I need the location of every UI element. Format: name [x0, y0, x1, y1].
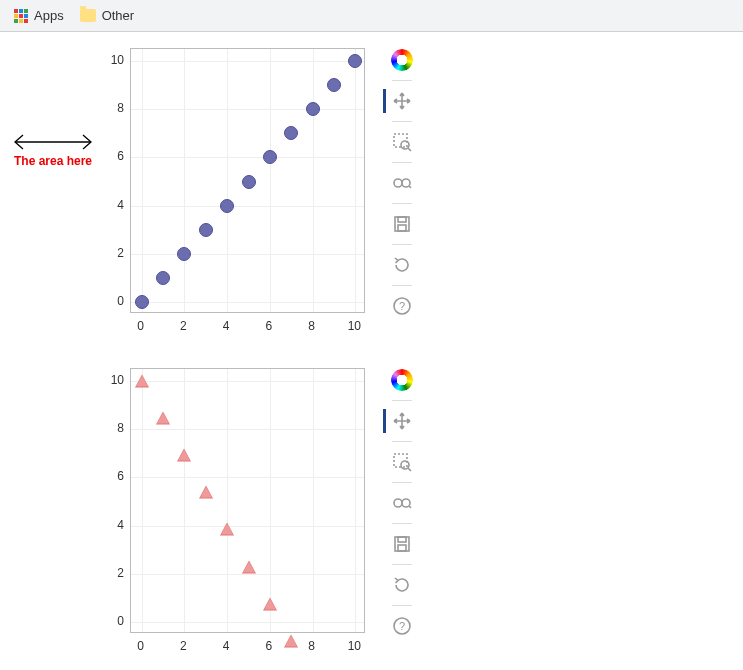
bookmark-apps[interactable]: Apps	[6, 4, 72, 27]
y-tick-label: 0	[100, 614, 124, 628]
y-tick-label: 8	[100, 421, 124, 435]
data-marker	[177, 247, 191, 261]
y-tick-label: 2	[100, 246, 124, 260]
plot-toolbar-2: ?	[388, 366, 416, 640]
data-marker	[348, 54, 362, 68]
help-tool-button[interactable]: ?	[388, 612, 416, 640]
wheel-zoom-tool-button[interactable]	[388, 489, 416, 517]
box-zoom-tool-button[interactable]	[388, 448, 416, 476]
data-marker	[220, 523, 234, 536]
page-content: The area here 02468100246810 ? 024681002…	[0, 32, 743, 662]
svg-rect-20	[398, 545, 406, 551]
x-tick-label: 8	[304, 319, 320, 333]
y-tick-label: 4	[100, 198, 124, 212]
svg-rect-7	[395, 217, 409, 231]
double-arrow-icon	[10, 132, 96, 152]
svg-rect-8	[398, 217, 406, 222]
x-tick-label: 2	[175, 639, 191, 653]
svg-point-16	[402, 499, 410, 507]
data-marker	[263, 150, 277, 164]
data-marker	[199, 223, 213, 237]
y-tick-label: 0	[100, 294, 124, 308]
svg-rect-19	[398, 537, 406, 542]
help-tool-button[interactable]: ?	[388, 292, 416, 320]
x-tick-label: 8	[304, 639, 320, 653]
y-tick-label: 8	[100, 101, 124, 115]
x-tick-label: 10	[346, 639, 362, 653]
annotation: The area here	[8, 132, 98, 168]
plot-1[interactable]: 02468100246810	[100, 42, 380, 342]
wheel-zoom-tool-button[interactable]	[388, 169, 416, 197]
svg-rect-9	[398, 225, 406, 231]
x-tick-label: 4	[218, 319, 234, 333]
plot-2[interactable]: 02468100246810	[100, 362, 380, 662]
x-tick-label: 6	[261, 639, 277, 653]
y-tick-label: 2	[100, 566, 124, 580]
x-tick-label: 2	[175, 319, 191, 333]
pan-tool-button[interactable]	[388, 407, 416, 435]
data-marker	[327, 78, 341, 92]
y-tick-label: 10	[100, 373, 124, 387]
x-tick-label: 0	[133, 639, 149, 653]
data-marker	[156, 412, 170, 425]
data-marker	[199, 486, 213, 499]
chart-row-1: 02468100246810 ?	[100, 42, 743, 342]
x-tick-label: 10	[346, 319, 362, 333]
data-marker	[242, 560, 256, 573]
data-marker	[284, 126, 298, 140]
x-tick-label: 4	[218, 639, 234, 653]
x-tick-label: 6	[261, 319, 277, 333]
svg-point-15	[394, 499, 402, 507]
data-marker	[156, 271, 170, 285]
bokeh-logo-icon[interactable]	[388, 366, 416, 394]
y-tick-label: 10	[100, 53, 124, 67]
svg-point-4	[394, 179, 402, 187]
data-marker	[177, 449, 191, 462]
reset-tool-button[interactable]	[388, 251, 416, 279]
annotation-text: The area here	[8, 154, 98, 168]
bookmark-apps-label: Apps	[34, 8, 64, 23]
svg-rect-18	[395, 537, 409, 551]
y-tick-label: 6	[100, 469, 124, 483]
bookmark-other[interactable]: Other	[72, 4, 143, 27]
bokeh-logo-icon[interactable]	[388, 46, 416, 74]
reset-tool-button[interactable]	[388, 571, 416, 599]
data-marker	[263, 597, 277, 610]
svg-line-17	[409, 506, 411, 508]
svg-point-5	[402, 179, 410, 187]
y-tick-label: 6	[100, 149, 124, 163]
svg-text:?: ?	[399, 620, 405, 632]
data-marker	[135, 375, 149, 388]
plot-toolbar-1: ?	[388, 46, 416, 320]
apps-icon	[14, 9, 28, 23]
svg-line-3	[408, 148, 411, 151]
chart-row-2: 02468100246810 ?	[100, 362, 743, 662]
x-tick-label: 0	[133, 319, 149, 333]
save-tool-button[interactable]	[388, 530, 416, 558]
svg-line-14	[408, 468, 411, 471]
y-tick-label: 4	[100, 518, 124, 532]
data-marker	[284, 634, 298, 647]
data-marker	[242, 175, 256, 189]
data-marker	[135, 295, 149, 309]
bookmark-other-label: Other	[102, 8, 135, 23]
data-marker	[306, 102, 320, 116]
folder-icon	[80, 9, 96, 22]
data-marker	[220, 199, 234, 213]
bookmark-bar: Apps Other	[0, 0, 743, 32]
svg-text:?: ?	[399, 300, 405, 312]
pan-tool-button[interactable]	[388, 87, 416, 115]
svg-line-6	[409, 186, 411, 188]
box-zoom-tool-button[interactable]	[388, 128, 416, 156]
save-tool-button[interactable]	[388, 210, 416, 238]
